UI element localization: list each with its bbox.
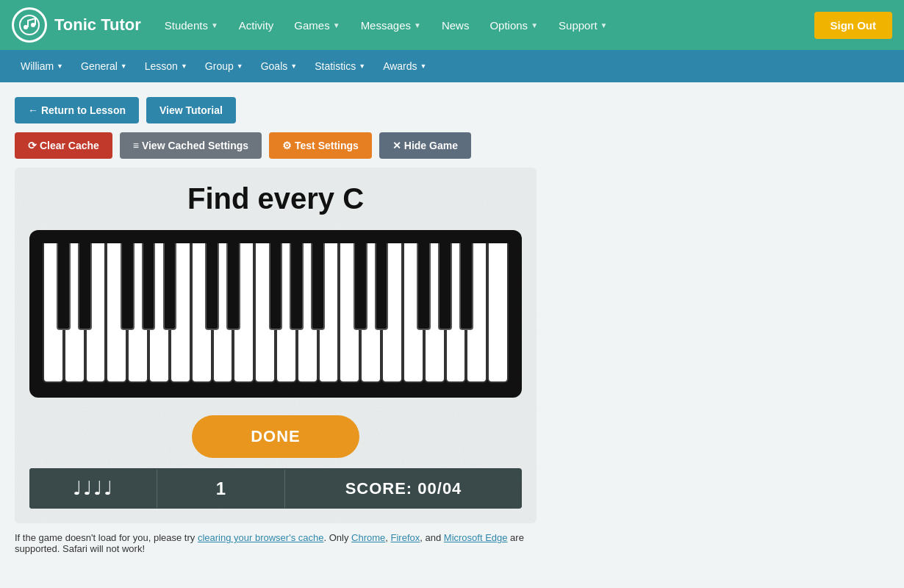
black-key-12[interactable] <box>417 243 431 330</box>
view-cached-settings-button[interactable]: ≡ View Cached Settings <box>120 132 262 159</box>
chevron-down-icon: ▼ <box>181 62 187 70</box>
logo-title: Tonic Tutor <box>54 15 141 35</box>
svg-point-0 <box>20 15 39 35</box>
black-key-3[interactable] <box>142 243 156 330</box>
test-settings-button[interactable]: ⚙ Test Settings <box>269 132 372 159</box>
chevron-down-icon: ▼ <box>420 62 427 70</box>
firefox-link[interactable]: Firefox <box>391 532 420 543</box>
black-key-8[interactable] <box>290 243 304 330</box>
chevron-down-icon: ▼ <box>414 21 421 29</box>
score-notes: ♩♩♩♩ <box>29 468 157 509</box>
logo: Tonic Tutor <box>12 7 141 43</box>
black-key-6[interactable] <box>226 243 240 330</box>
logo-icon <box>12 7 47 43</box>
chevron-down-icon: ▼ <box>121 62 127 70</box>
button-row-1: ← Return to Lesson View Tutorial <box>15 97 889 123</box>
footer-text: If the game doesn't load for you, please… <box>15 532 537 554</box>
black-key-1[interactable] <box>78 243 92 330</box>
black-key-0[interactable] <box>57 243 71 330</box>
nav-news[interactable]: News <box>433 13 478 37</box>
black-key-2[interactable] <box>121 243 134 330</box>
subnav-goals[interactable]: Goals ▼ <box>252 56 306 76</box>
chevron-down-icon: ▼ <box>57 62 63 70</box>
chevron-down-icon: ▼ <box>359 62 365 70</box>
subnav-general[interactable]: General ▼ <box>72 56 136 76</box>
nav-support[interactable]: Support ▼ <box>550 13 616 37</box>
piano-wrapper <box>29 230 522 398</box>
sign-out-button[interactable]: Sign Out <box>814 12 893 39</box>
main-content: ← Return to Lesson View Tutorial ⟳ Clear… <box>0 82 904 569</box>
black-key-10[interactable] <box>354 243 367 330</box>
score-text: SCORE: 00/04 <box>285 470 522 507</box>
view-tutorial-button[interactable]: View Tutorial <box>146 97 236 123</box>
sub-navbar: William ▼ General ▼ Lesson ▼ Group ▼ Goa… <box>0 50 904 82</box>
score-number: 1 <box>157 470 285 508</box>
done-button[interactable]: DONE <box>192 415 359 458</box>
note-icons: ♩♩♩♩ <box>73 477 114 500</box>
hide-game-button[interactable]: ✕ Hide Game <box>379 132 471 159</box>
chevron-down-icon: ▼ <box>600 21 608 29</box>
chrome-link[interactable]: Chrome <box>351 532 385 543</box>
score-bar: ♩♩♩♩ 1 SCORE: 00/04 <box>29 468 522 509</box>
black-key-4[interactable] <box>163 243 177 330</box>
game-title: Find every C <box>29 182 522 215</box>
chevron-down-icon: ▼ <box>290 62 297 70</box>
black-key-13[interactable] <box>438 243 452 330</box>
piano-keyboard[interactable] <box>43 243 509 383</box>
nav-options[interactable]: Options ▼ <box>481 13 547 37</box>
chevron-down-icon: ▼ <box>531 21 538 29</box>
black-key-9[interactable] <box>311 243 325 330</box>
subnav-statistics[interactable]: Statistics ▼ <box>306 56 374 76</box>
edge-link[interactable]: Microsoft Edge <box>444 532 508 543</box>
nav-students[interactable]: Students ▼ <box>156 13 227 37</box>
black-key-14[interactable] <box>459 243 473 330</box>
subnav-william[interactable]: William ▼ <box>12 56 72 76</box>
black-key-7[interactable] <box>269 243 283 330</box>
game-container: Find every C DONE ♩♩♩♩ 1 SCORE: 00/04 <box>15 168 537 523</box>
black-key-11[interactable] <box>375 243 389 330</box>
cache-link[interactable]: clearing your browser's cache <box>198 532 324 543</box>
nav-activity[interactable]: Activity <box>230 13 283 37</box>
subnav-awards[interactable]: Awards ▼ <box>374 56 435 76</box>
top-nav-links: Students ▼ Activity Games ▼ Messages ▼ N… <box>156 13 814 37</box>
black-key-5[interactable] <box>205 243 219 330</box>
subnav-group[interactable]: Group ▼ <box>196 56 252 76</box>
clear-cache-button[interactable]: ⟳ Clear Cache <box>15 132 112 159</box>
nav-games[interactable]: Games ▼ <box>285 13 348 37</box>
button-row-2: ⟳ Clear Cache ≡ View Cached Settings ⚙ T… <box>15 132 889 159</box>
nav-messages[interactable]: Messages ▼ <box>352 13 430 37</box>
chevron-down-icon: ▼ <box>237 62 243 70</box>
chevron-down-icon: ▼ <box>211 21 218 29</box>
subnav-lesson[interactable]: Lesson ▼ <box>136 56 196 76</box>
return-to-lesson-button[interactable]: ← Return to Lesson <box>15 97 139 123</box>
top-navbar: Tonic Tutor Students ▼ Activity Games ▼ … <box>0 0 904 50</box>
chevron-down-icon: ▼ <box>333 21 340 29</box>
white-key-21[interactable] <box>487 243 509 383</box>
